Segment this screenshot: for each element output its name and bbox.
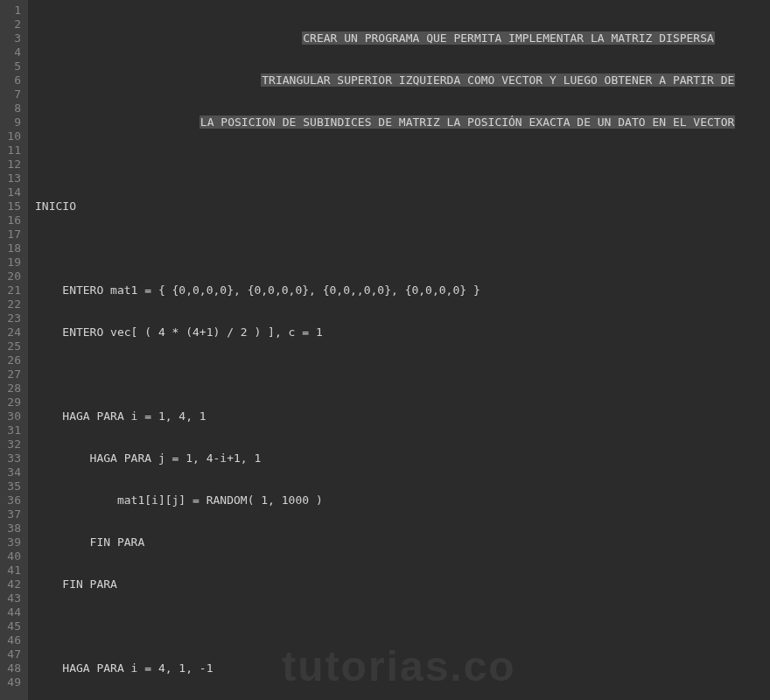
line-number: 39 bbox=[4, 536, 21, 550]
code-line bbox=[35, 158, 770, 172]
line-number: 49 bbox=[4, 676, 21, 690]
line-number: 16 bbox=[4, 214, 21, 228]
code-editor: 1234567891011121314151617181920212223242… bbox=[0, 0, 770, 700]
line-number: 29 bbox=[4, 396, 21, 410]
line-number: 35 bbox=[4, 480, 21, 494]
comment-text: LA POSICION DE SUBINDICES DE MATRIZ LA P… bbox=[200, 116, 735, 129]
line-number: 8 bbox=[4, 102, 21, 116]
comment-line: CREAR UN PROGRAMA QUE PERMITA IMPLEMENTA… bbox=[35, 32, 770, 46]
line-number: 34 bbox=[4, 466, 21, 480]
comment-text: CREAR UN PROGRAMA QUE PERMITA IMPLEMENTA… bbox=[302, 32, 715, 45]
code-line: ENTERO vec[ ( 4 * (4+1) / 2 ) ], c = 1 bbox=[35, 326, 770, 340]
line-number: 5 bbox=[4, 60, 21, 74]
line-number: 24 bbox=[4, 326, 21, 340]
code-line: FIN PARA bbox=[35, 536, 770, 550]
code-line: HAGA PARA i = 4, 1, -1 bbox=[35, 662, 770, 676]
line-number: 31 bbox=[4, 424, 21, 438]
line-number: 42 bbox=[4, 578, 21, 592]
line-number: 33 bbox=[4, 452, 21, 466]
line-number: 41 bbox=[4, 564, 21, 578]
line-number: 28 bbox=[4, 382, 21, 396]
code-line: HAGA PARA i = 1, 4, 1 bbox=[35, 410, 770, 424]
line-number: 17 bbox=[4, 228, 21, 242]
line-number: 6 bbox=[4, 74, 21, 88]
code-line bbox=[35, 242, 770, 256]
line-number: 48 bbox=[4, 662, 21, 676]
comment-line: LA POSICION DE SUBINDICES DE MATRIZ LA P… bbox=[35, 116, 770, 130]
line-number: 14 bbox=[4, 186, 21, 200]
code-line: FIN PARA bbox=[35, 578, 770, 592]
line-number: 12 bbox=[4, 158, 21, 172]
line-number: 3 bbox=[4, 32, 21, 46]
line-number: 2 bbox=[4, 18, 21, 32]
line-number: 11 bbox=[4, 144, 21, 158]
code-line: mat1[i][j] = RANDOM( 1, 1000 ) bbox=[35, 494, 770, 508]
line-number: 9 bbox=[4, 116, 21, 130]
line-number: 37 bbox=[4, 508, 21, 522]
line-number: 45 bbox=[4, 620, 21, 634]
line-number: 21 bbox=[4, 284, 21, 298]
line-number: 25 bbox=[4, 340, 21, 354]
code-line bbox=[35, 620, 770, 634]
line-number: 18 bbox=[4, 242, 21, 256]
code-line: HAGA PARA j = 1, 4-i+1, 1 bbox=[35, 452, 770, 466]
line-number: 46 bbox=[4, 634, 21, 648]
line-number: 10 bbox=[4, 130, 21, 144]
line-number: 20 bbox=[4, 270, 21, 284]
line-number: 47 bbox=[4, 648, 21, 662]
line-number-gutter: 1234567891011121314151617181920212223242… bbox=[0, 0, 28, 700]
line-number: 19 bbox=[4, 256, 21, 270]
line-number: 7 bbox=[4, 88, 21, 102]
code-area: CREAR UN PROGRAMA QUE PERMITA IMPLEMENTA… bbox=[28, 0, 770, 700]
code-line bbox=[35, 368, 770, 382]
line-number: 26 bbox=[4, 354, 21, 368]
line-number: 15 bbox=[4, 200, 21, 214]
line-number: 4 bbox=[4, 46, 21, 60]
code-line: ENTERO mat1 = { {0,0,0,0}, {0,0,0,0}, {0… bbox=[35, 284, 770, 298]
line-number: 22 bbox=[4, 298, 21, 312]
line-number: 38 bbox=[4, 522, 21, 536]
line-number: 13 bbox=[4, 172, 21, 186]
line-number: 44 bbox=[4, 606, 21, 620]
code-line: INICIO bbox=[35, 200, 770, 214]
comment-line: TRIANGULAR SUPERIOR IZQUIERDA COMO VECTO… bbox=[35, 74, 770, 88]
line-number: 27 bbox=[4, 368, 21, 382]
line-number: 30 bbox=[4, 410, 21, 424]
line-number: 36 bbox=[4, 494, 21, 508]
line-number: 23 bbox=[4, 312, 21, 326]
line-number: 32 bbox=[4, 438, 21, 452]
line-number: 1 bbox=[4, 4, 21, 18]
line-number: 43 bbox=[4, 592, 21, 606]
comment-text: TRIANGULAR SUPERIOR IZQUIERDA COMO VECTO… bbox=[261, 74, 735, 87]
line-number: 40 bbox=[4, 550, 21, 564]
